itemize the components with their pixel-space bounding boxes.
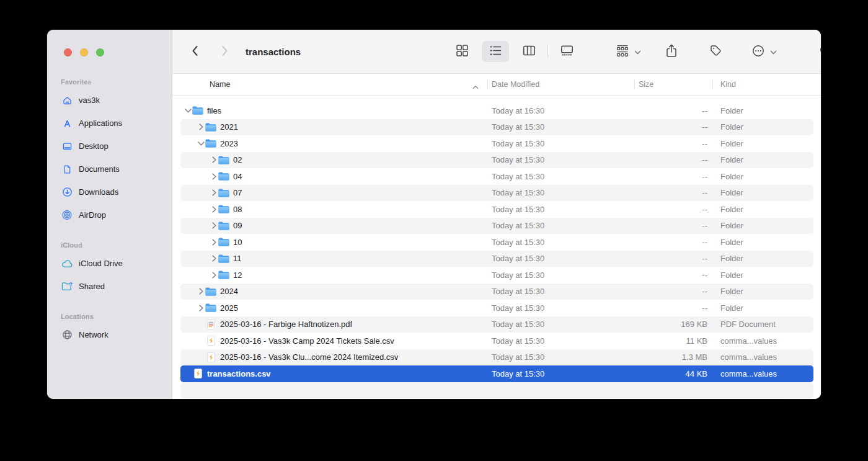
disclosure-chevron-icon[interactable] <box>197 123 205 130</box>
size-cell: 44 KB <box>634 369 712 378</box>
airdrop-icon <box>61 210 73 220</box>
toolbar-actions <box>606 30 821 73</box>
sort-ascending-icon <box>472 83 479 91</box>
more-actions-button[interactable] <box>750 41 777 62</box>
sidebar-item-vas3k[interactable]: vas3k <box>53 91 168 109</box>
tags-button[interactable] <box>702 41 729 62</box>
file-row[interactable]: 2025-03-16 - Vas3k Clu...come 2024 Itemi… <box>180 349 813 366</box>
forward-button[interactable] <box>217 41 232 62</box>
size-cell: -- <box>634 122 712 132</box>
name-cell: 2023 <box>180 139 487 148</box>
kind-cell: Folder <box>712 155 813 164</box>
disclosure-chevron-icon[interactable] <box>210 173 218 180</box>
sidebar-item-icloud-drive[interactable]: iCloud Drive <box>53 254 168 272</box>
share-icon <box>665 44 678 60</box>
disclosure-chevron-icon[interactable] <box>197 288 205 295</box>
zoom-button[interactable] <box>96 48 104 56</box>
list-view-button[interactable] <box>482 41 509 62</box>
disclosure-chevron-icon[interactable] <box>210 272 218 279</box>
name-cell: 04 <box>180 172 487 181</box>
disclosure-chevron-icon[interactable] <box>210 189 218 196</box>
sidebar-item-documents[interactable]: Documents <box>53 160 168 178</box>
file-row[interactable]: 2025-03-16 - Farbige Haftnotizen.pdfToda… <box>180 316 813 333</box>
size-cell: -- <box>634 155 712 164</box>
disclosure-chevron-icon[interactable] <box>210 239 218 246</box>
minimize-button[interactable] <box>80 48 88 56</box>
sidebar-item-label: Shared <box>79 282 105 291</box>
grid-view-icon <box>456 44 469 59</box>
file-row[interactable]: 11Today at 15:30--Folder <box>180 251 813 267</box>
kind-cell: Folder <box>712 188 813 197</box>
file-name: 2025-03-16 - Vas3k Clu...come 2024 Itemi… <box>220 352 398 362</box>
name-cell: 12 <box>180 271 487 280</box>
disclosure-chevron-icon[interactable] <box>210 222 218 229</box>
column-header-kind[interactable]: Kind <box>712 74 821 95</box>
file-row[interactable]: 09Today at 15:30--Folder <box>180 218 813 235</box>
list-view-icon <box>489 44 502 59</box>
size-cell: 169 KB <box>634 320 712 329</box>
file-row[interactable]: 2025-03-16 - Vas3k Camp 2024 Tickets Sal… <box>180 333 813 349</box>
disclosure-chevron-icon[interactable] <box>210 206 218 213</box>
name-cell: files <box>180 106 487 115</box>
size-cell: -- <box>634 238 712 247</box>
kind-cell: Folder <box>712 303 813 313</box>
folder-icon <box>218 238 229 246</box>
disclosure-chevron-icon[interactable] <box>210 156 218 163</box>
disclosure-chevron-icon[interactable] <box>197 305 205 311</box>
column-header-name[interactable]: Name <box>172 74 487 95</box>
file-row[interactable]: 10Today at 15:30--Folder <box>180 234 813 251</box>
file-name: 2025 <box>220 303 238 313</box>
file-row[interactable]: 07Today at 15:30--Folder <box>180 185 813 202</box>
folder-icon <box>218 205 229 213</box>
gallery-view-button[interactable] <box>553 41 580 62</box>
column-header-size[interactable]: Size <box>634 74 712 95</box>
disclosure-chevron-icon[interactable] <box>210 255 218 262</box>
file-row[interactable]: transactions.csvToday at 15:3044 KBcomma… <box>180 365 813 382</box>
file-row[interactable]: 2021Today at 15:30--Folder <box>180 119 813 136</box>
sidebar-item-airdrop[interactable]: AirDrop <box>53 206 168 224</box>
sidebar-item-desktop[interactable]: Desktop <box>53 137 168 155</box>
name-cell: 2025-03-16 - Farbige Haftnotizen.pdf <box>180 320 487 329</box>
main-area: transactions <box>172 30 821 399</box>
file-name: 2021 <box>220 122 238 132</box>
file-row[interactable]: 2024Today at 15:30--Folder <box>180 284 813 300</box>
column-view-button[interactable] <box>515 41 542 62</box>
sidebar-item-network[interactable]: Network <box>53 326 168 344</box>
file-row[interactable]: 2023Today at 15:30--Folder <box>180 135 813 152</box>
folder-icon <box>218 189 229 197</box>
disclosure-chevron-icon[interactable] <box>197 140 205 147</box>
date-modified-cell: Today at 15:30 <box>487 303 634 313</box>
empty-row <box>180 382 813 399</box>
file-name: 04 <box>233 172 242 181</box>
name-cell: transactions.csv <box>180 369 487 378</box>
file-row[interactable]: filesToday at 16:30--Folder <box>180 102 813 119</box>
size-cell: -- <box>634 139 712 148</box>
file-name: 07 <box>233 188 242 197</box>
icon-view-button[interactable] <box>448 41 476 62</box>
date-modified-cell: Today at 15:30 <box>487 369 634 378</box>
sidebar-item-downloads[interactable]: Downloads <box>53 183 168 201</box>
column-header-date-modified[interactable]: Date Modified <box>487 74 634 95</box>
file-row[interactable]: 02Today at 15:30--Folder <box>180 152 813 169</box>
disclosure-chevron-icon[interactable] <box>184 107 192 114</box>
search-button[interactable] <box>812 41 821 62</box>
file-row[interactable]: 12Today at 15:30--Folder <box>180 267 813 284</box>
group-button[interactable] <box>614 41 642 62</box>
sidebar-item-shared[interactable]: Shared <box>53 277 168 295</box>
sidebar-item-applications[interactable]: Applications <box>53 114 168 132</box>
size-cell: -- <box>634 205 712 214</box>
file-row[interactable]: 08Today at 15:30--Folder <box>180 201 813 218</box>
sidebar-item-label: Applications <box>79 119 122 128</box>
navigation-group: transactions <box>187 30 301 73</box>
window-title: transactions <box>246 47 301 57</box>
close-button[interactable] <box>64 48 72 56</box>
share-button[interactable] <box>658 41 685 62</box>
sidebar-sections: Favoritesvas3kApplicationsDesktopDocumen… <box>47 30 172 344</box>
shared-folder-icon <box>61 282 73 291</box>
file-row[interactable]: 04Today at 15:30--Folder <box>180 168 813 185</box>
kind-cell: Folder <box>712 205 813 214</box>
chevron-down-icon <box>770 47 777 56</box>
kind-cell: Folder <box>712 122 813 132</box>
file-row[interactable]: 2025Today at 15:30--Folder <box>180 300 813 316</box>
back-button[interactable] <box>187 41 202 62</box>
